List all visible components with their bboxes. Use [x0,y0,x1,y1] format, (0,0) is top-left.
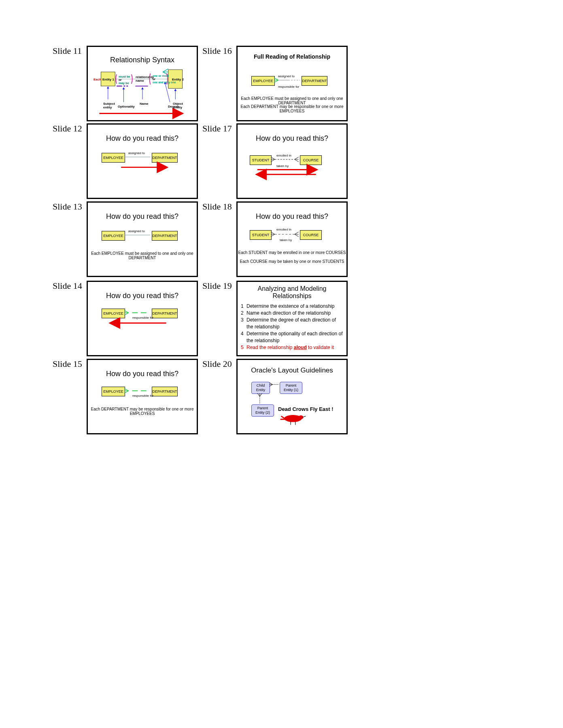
or2-label: or [153,78,176,81]
maybe-label: may be [119,82,130,85]
slide-title: Analyzing and Modeling Relationships [238,285,346,300]
svg-line-20 [124,313,129,315]
svg-line-38 [295,157,299,159]
slide-12: How do you read this? EMPLOYEE DEPARTMEN… [87,123,198,199]
svg-line-47 [295,232,299,234]
slide-label: Slide 18 [202,201,232,212]
svg-line-35 [271,157,275,159]
slide-label: Slide 20 [202,359,232,369]
svg-line-2 [163,69,168,72]
slide-label: Slide 19 [202,281,232,291]
body-line-2: Each COURSE may be taken by one or more … [238,259,346,264]
body-line-1: Each EMPLOYEE must be assigned to one an… [238,96,346,105]
slide-15: How do you read this? EMPLOYEE DEPARTMEN… [87,359,198,434]
slide-18: How do you read this? STUDENT COURSE enr… [236,201,348,277]
step-num: 2 [241,310,246,317]
slide-label: Slide 17 [202,123,232,134]
step-num: 4 [241,330,246,344]
svg-line-46 [271,234,275,237]
svg-line-18 [124,310,129,313]
slide-14: How do you read this? EMPLOYEE DEPARTMEN… [87,281,198,356]
oneormore-label: one or more [153,74,176,78]
relname-label: relationship name [136,75,154,83]
step-text: Determine the optionality of each direct… [246,330,343,344]
step-num: 3 [241,317,246,330]
body-line: Each DEPARTMENT may be responsible for o… [88,407,197,416]
slide-label: Slide 12 [53,123,82,134]
svg-line-24 [124,388,129,391]
optionality-label: Optionality [118,105,135,108]
diagram-svg [88,203,197,277]
slide-label: Slide 16 [202,46,232,56]
slide-label: Slide 14 [53,281,82,291]
diagram-svg [88,282,197,356]
svg-line-31 [274,80,278,83]
diagram-svg [238,203,346,277]
deadcrows-text: Dead Crows Fly East ! [278,406,334,412]
layout-svg [238,360,346,434]
diagram-svg [88,360,197,434]
body-line: Each EMPLOYEE must be assigned to one an… [88,251,197,260]
name-label: Name [140,102,149,106]
step-list: 1Determine the existence of a relationsh… [241,303,343,351]
step-text: Name each direction of the relationship [246,310,331,317]
body-line-2: Each DEPARTMENT may be responsible for o… [238,104,346,113]
slide-20: Oracle's Layout Guidelines Child Entity … [236,359,348,434]
slide-19: Analyzing and Modeling Relationships 1De… [236,281,348,356]
step-text: Read the relationship aloud to validate … [246,344,334,351]
svg-line-55 [257,393,260,396]
step-num: 1 [241,303,246,310]
slide-label: Slide 11 [53,46,82,56]
slide-16: Full Reading of Relationship EMPLOYEE DE… [236,46,348,121]
each-label: Each [93,78,101,81]
diagram-svg [88,125,197,199]
step-text: Determine the existence of a relationshi… [246,303,334,310]
svg-line-51 [269,383,272,385]
page: Slide 11 Relationship Syntax [0,0,563,728]
slide-17: How do you read this? STUDENT COURSE enr… [236,123,348,199]
svg-line-44 [271,232,275,234]
svg-line-40 [295,159,299,162]
slide-label: Slide 15 [53,359,82,369]
step-num: 5 [241,344,246,351]
svg-line-53 [269,385,272,387]
step-text: Determine the degree of each direction o… [246,317,343,330]
svg-line-37 [271,159,275,162]
svg-line-49 [295,234,299,237]
object-label: Object entity [173,102,183,109]
slide-11: Relationship Syntax [87,46,198,121]
oneandonlyone-label: one and only one [153,81,176,84]
slide-13: How do you read this? EMPLOYEE DEPARTMEN… [87,201,198,277]
subject-label: Subject entity [103,102,115,109]
svg-line-26 [124,391,129,393]
body-line-1: Each STUDENT may be enrolled in one or m… [238,250,346,255]
slide-label: Slide 13 [53,201,82,212]
crow-icon [280,415,306,425]
svg-line-29 [274,78,278,80]
svg-line-57 [260,393,262,396]
entity1-label: Entity 1 [102,78,114,81]
diagram-svg [238,125,346,199]
